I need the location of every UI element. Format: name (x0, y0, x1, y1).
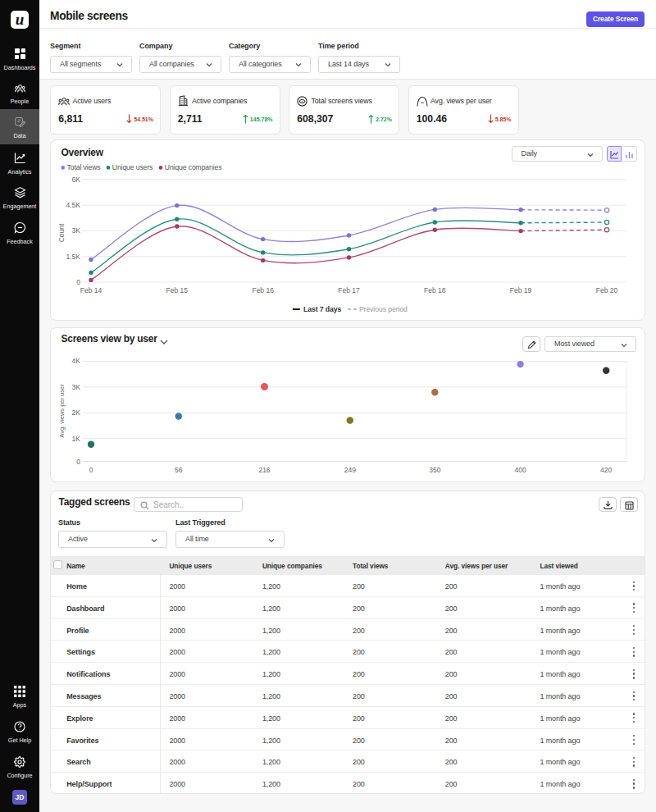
svg-text:1K: 1K (72, 435, 81, 443)
svg-text:Feb 17: Feb 17 (338, 286, 360, 294)
svg-text:Unique users: Unique users (112, 163, 153, 171)
svg-text:3K: 3K (72, 226, 81, 235)
svg-text:350: 350 (429, 466, 440, 474)
svg-text:Total views: Total views (67, 163, 101, 171)
svg-text:Feb 20: Feb 20 (596, 286, 618, 294)
svg-text:0: 0 (76, 278, 80, 286)
svg-text:420: 420 (600, 466, 612, 474)
svg-text:Avg. views per user: Avg. views per user (58, 384, 66, 438)
svg-text:56: 56 (175, 466, 183, 474)
svg-text:Last 7 days: Last 7 days (303, 305, 341, 313)
svg-text:Count: Count (57, 223, 66, 242)
svg-text:Unique companies: Unique companies (165, 163, 222, 171)
svg-text:2K: 2K (72, 408, 81, 417)
svg-text:1.5K: 1.5K (66, 253, 81, 261)
svg-text:Feb 19: Feb 19 (510, 286, 532, 294)
svg-text:3K: 3K (72, 383, 81, 391)
svg-text:Feb 14: Feb 14 (80, 286, 102, 294)
svg-text:Feb 18: Feb 18 (424, 286, 446, 294)
svg-text:6K: 6K (72, 176, 81, 184)
svg-text:216: 216 (258, 466, 270, 474)
svg-text:4.5K: 4.5K (66, 201, 81, 209)
svg-text:Feb 16: Feb 16 (252, 286, 274, 294)
svg-text:Previous period: Previous period (359, 305, 408, 313)
svg-text:Feb 15: Feb 15 (166, 286, 189, 294)
svg-text:400: 400 (515, 466, 526, 474)
svg-text:4K: 4K (72, 357, 81, 365)
svg-text:249: 249 (344, 466, 356, 474)
svg-text:0: 0 (89, 466, 93, 474)
svg-text:0: 0 (76, 458, 80, 466)
